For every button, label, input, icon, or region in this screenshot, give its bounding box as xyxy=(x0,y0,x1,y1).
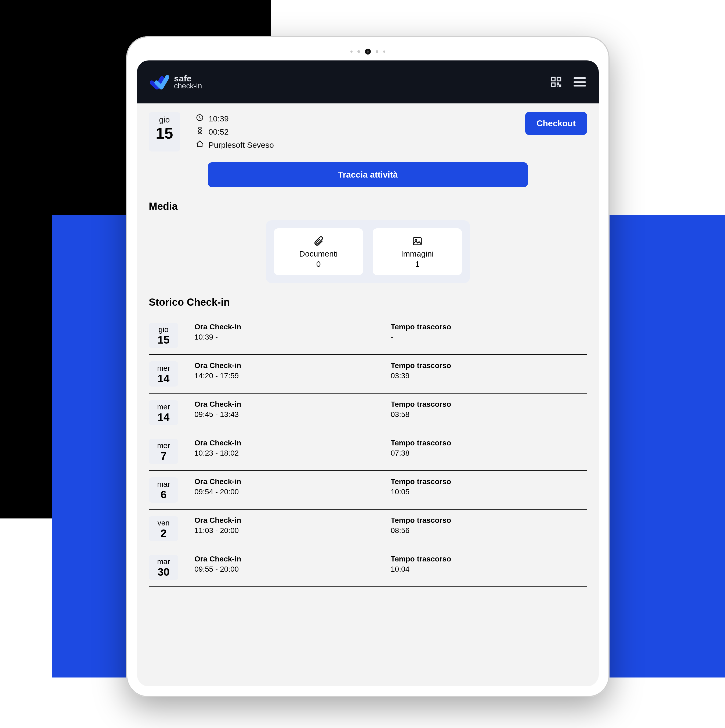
history-elapsed-label: Tempo trascorso xyxy=(391,516,587,525)
history-elapsed-value: 08:56 xyxy=(391,526,587,535)
history-checkin-value: 14:20 - 17:59 xyxy=(194,372,391,380)
session-clock-time: 10:39 xyxy=(209,114,229,123)
history-elapsed-value: 03:39 xyxy=(391,372,587,380)
session-location-row: Purplesoft Seveso xyxy=(196,140,274,150)
history-dow: ven xyxy=(149,519,178,527)
svg-rect-1 xyxy=(557,77,561,81)
paperclip-icon xyxy=(274,236,363,246)
history-day: 14 xyxy=(149,373,178,384)
checkmark-icon xyxy=(150,72,169,92)
media-images-count: 1 xyxy=(373,260,462,269)
session-panel: gio 15 10:39 xyxy=(149,112,587,151)
history-row[interactable]: mer14Ora Check-in14:20 - 17:59Tempo tras… xyxy=(149,355,587,393)
home-icon xyxy=(196,140,204,150)
history-dow: mer xyxy=(149,364,178,373)
clock-icon xyxy=(196,114,204,124)
history-row[interactable]: mer7Ora Check-in10:23 - 18:02Tempo trasc… xyxy=(149,432,587,471)
history-dow: gio xyxy=(149,325,178,334)
history-elapsed-value: 07:38 xyxy=(391,449,587,457)
history-day: 15 xyxy=(149,335,178,345)
history-dow: mer xyxy=(149,403,178,411)
checkout-button[interactable]: Checkout xyxy=(525,112,587,135)
history-row[interactable]: mer14Ora Check-in09:45 - 13:43Tempo tras… xyxy=(149,393,587,432)
history-date-chip: mer14 xyxy=(149,361,178,387)
history-section-title: Storico Check-in xyxy=(149,297,587,308)
hourglass-icon xyxy=(196,127,204,137)
history-elapsed-label: Tempo trascorso xyxy=(391,400,587,408)
app-screen: safe check-in xyxy=(137,60,599,686)
history-checkin-value: 09:54 - 20:00 xyxy=(194,488,391,496)
history-checkin-label: Ora Check-in xyxy=(194,516,391,525)
media-card-group: Documenti 0 Immagini 1 xyxy=(266,220,470,283)
history-dow: mar xyxy=(149,557,178,566)
history-date-chip: mar6 xyxy=(149,477,178,503)
history-date-chip: mer7 xyxy=(149,439,178,464)
qr-icon[interactable] xyxy=(550,76,562,88)
history-checkin-label: Ora Check-in xyxy=(194,400,391,408)
history-elapsed-value: 10:05 xyxy=(391,488,587,496)
history-elapsed-label: Tempo trascorso xyxy=(391,555,587,563)
history-elapsed-label: Tempo trascorso xyxy=(391,439,587,447)
history-elapsed-label: Tempo trascorso xyxy=(391,477,587,486)
history-checkin-label: Ora Check-in xyxy=(194,361,391,370)
session-date-chip: gio 15 xyxy=(149,112,180,151)
session-location: Purplesoft Seveso xyxy=(209,141,274,150)
history-row[interactable]: ven2Ora Check-in11:03 - 20:00Tempo trasc… xyxy=(149,509,587,548)
navbar: safe check-in xyxy=(137,60,599,103)
history-row[interactable]: mar30Ora Check-in09:55 - 20:00Tempo tras… xyxy=(149,548,587,587)
history-elapsed-value: - xyxy=(391,333,587,341)
session-time-row: 10:39 xyxy=(196,114,274,124)
history-day: 7 xyxy=(149,451,178,461)
brand-text: safe check-in xyxy=(174,74,202,90)
history-elapsed-label: Tempo trascorso xyxy=(391,361,587,370)
history-date-chip: gio15 xyxy=(149,323,178,348)
history-checkin-value: 09:55 - 20:00 xyxy=(194,565,391,574)
media-documents-count: 0 xyxy=(274,260,363,269)
brand-logo[interactable]: safe check-in xyxy=(150,72,202,92)
tablet-frame: safe check-in xyxy=(126,36,609,697)
history-day: 30 xyxy=(149,567,178,577)
svg-rect-4 xyxy=(413,238,421,245)
history-day: 14 xyxy=(149,412,178,422)
history-day: 6 xyxy=(149,489,178,500)
history-checkin-label: Ora Check-in xyxy=(194,439,391,447)
history-date-chip: mar30 xyxy=(149,555,178,580)
history-list: gio15Ora Check-in10:39 -Tempo trascorso-… xyxy=(149,316,587,587)
track-activity-button[interactable]: Traccia attività xyxy=(208,162,528,187)
history-date-chip: ven2 xyxy=(149,516,178,541)
media-images-tile[interactable]: Immagini 1 xyxy=(373,228,462,275)
history-checkin-label: Ora Check-in xyxy=(194,323,391,331)
history-checkin-value: 10:39 - xyxy=(194,333,391,341)
history-dow: mar xyxy=(149,480,178,489)
media-documents-label: Documenti xyxy=(274,249,363,258)
session-elapsed-row: 00:52 xyxy=(196,127,274,137)
history-row[interactable]: gio15Ora Check-in10:39 -Tempo trascorso- xyxy=(149,316,587,355)
session-day-number: 15 xyxy=(156,125,173,141)
divider xyxy=(188,113,188,150)
history-elapsed-value: 03:58 xyxy=(391,410,587,419)
history-checkin-label: Ora Check-in xyxy=(194,477,391,486)
tablet-camera xyxy=(350,49,385,55)
media-images-label: Immagini xyxy=(373,249,462,258)
history-checkin-value: 09:45 - 13:43 xyxy=(194,410,391,419)
svg-rect-0 xyxy=(551,77,555,81)
image-icon xyxy=(373,236,462,246)
media-section-title: Media xyxy=(149,201,587,212)
history-day: 2 xyxy=(149,528,178,538)
history-date-chip: mer14 xyxy=(149,400,178,425)
history-row[interactable]: mar6Ora Check-in09:54 - 20:00Tempo trasc… xyxy=(149,471,587,509)
session-elapsed: 00:52 xyxy=(209,127,229,136)
history-dow: mer xyxy=(149,441,178,450)
history-elapsed-value: 10:04 xyxy=(391,565,587,574)
menu-icon[interactable] xyxy=(574,77,586,87)
history-elapsed-label: Tempo trascorso xyxy=(391,323,587,331)
history-checkin-value: 11:03 - 20:00 xyxy=(194,526,391,535)
svg-rect-2 xyxy=(551,83,555,87)
media-documents-tile[interactable]: Documenti 0 xyxy=(274,228,363,275)
history-checkin-value: 10:23 - 18:02 xyxy=(194,449,391,457)
session-day-of-week: gio xyxy=(156,115,173,124)
history-checkin-label: Ora Check-in xyxy=(194,555,391,563)
